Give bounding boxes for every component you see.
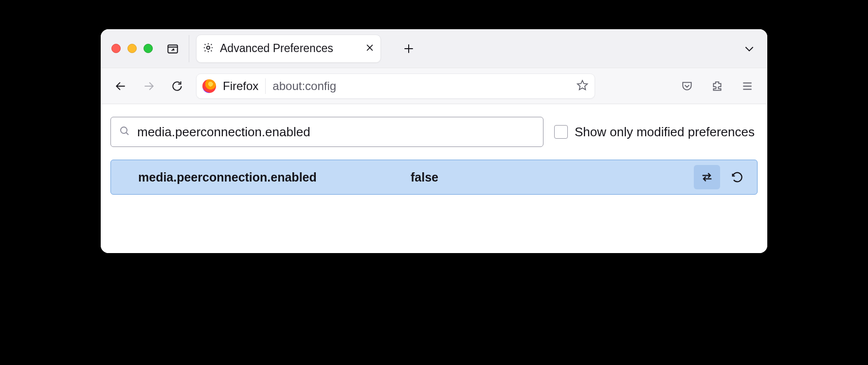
svg-line-16: [126, 132, 128, 135]
preference-name: media.peerconnection.enabled: [138, 170, 401, 184]
back-button[interactable]: [111, 77, 130, 95]
app-menu-button[interactable]: [738, 77, 757, 95]
window-zoom-button[interactable]: [144, 44, 153, 53]
bookmark-button[interactable]: [576, 79, 589, 93]
forward-button[interactable]: [140, 77, 158, 95]
preference-row[interactable]: media.peerconnection.enabled false: [110, 160, 758, 195]
config-toolbar: Show only modified preferences: [110, 117, 758, 147]
show-modified-only[interactable]: Show only modified preferences: [554, 125, 755, 140]
window-minimize-button[interactable]: [127, 44, 137, 53]
window-close-button[interactable]: [111, 44, 121, 53]
reset-button[interactable]: [724, 165, 750, 189]
toggle-button[interactable]: [694, 165, 720, 189]
url-bar[interactable]: Firefox about:config: [196, 73, 595, 99]
tabstrip-separator: [189, 35, 189, 62]
extensions-button[interactable]: [708, 77, 726, 95]
svg-point-15: [121, 127, 127, 133]
window-controls-group: [111, 39, 182, 58]
navbar-right: [678, 77, 757, 95]
search-icon: [119, 125, 130, 139]
svg-rect-0: [168, 45, 178, 53]
svg-marker-11: [578, 80, 588, 90]
pocket-button[interactable]: [678, 77, 696, 95]
navbar: Firefox about:config: [101, 68, 767, 104]
browser-window: Advanced Preferences Firefox about:confi…: [101, 29, 767, 253]
tab-close-button[interactable]: [365, 43, 375, 55]
show-modified-label: Show only modified preferences: [575, 125, 755, 140]
tabs-dropdown-button[interactable]: [740, 39, 759, 58]
show-modified-checkbox[interactable]: [554, 125, 568, 139]
preference-actions: [694, 165, 750, 189]
new-tab-button[interactable]: [399, 39, 418, 58]
config-searchbox[interactable]: [110, 117, 543, 147]
sidebar-toggle-button[interactable]: [163, 39, 182, 58]
traffic-lights: [111, 44, 153, 53]
preference-value: false: [411, 170, 684, 184]
config-search-input[interactable]: [137, 125, 535, 140]
gear-icon: [202, 42, 214, 55]
titlebar: Advanced Preferences: [101, 29, 767, 68]
urlbar-brand: Firefox: [223, 79, 258, 93]
page-content: Show only modified preferences media.pee…: [101, 104, 767, 253]
svg-point-4: [207, 46, 210, 49]
browser-tab[interactable]: Advanced Preferences: [196, 35, 381, 63]
tab-title: Advanced Preferences: [220, 42, 359, 55]
reload-button[interactable]: [168, 77, 186, 95]
firefox-logo-icon: [202, 79, 216, 93]
urlbar-address: about:config: [272, 79, 336, 93]
urlbar-separator: [265, 78, 266, 94]
